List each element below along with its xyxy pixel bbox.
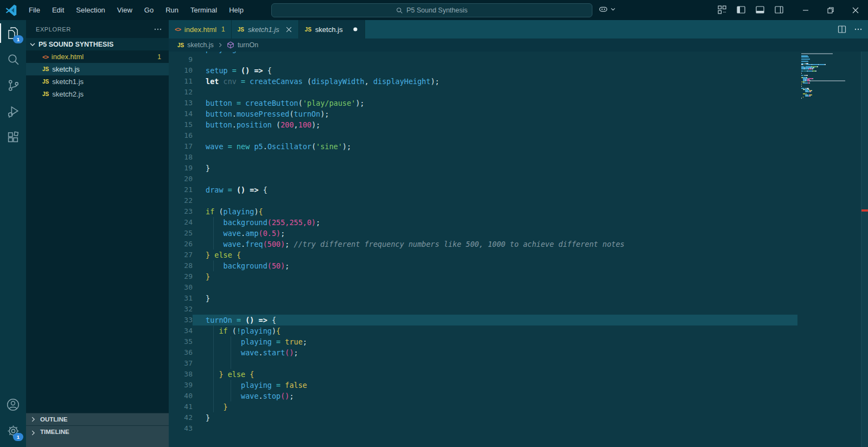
more-actions-icon[interactable]: [154, 25, 162, 34]
code-line-22[interactable]: 22: [169, 195, 797, 206]
code-line-40[interactable]: 40 wave.stop();: [169, 391, 797, 401]
code-line-43[interactable]: 43: [169, 423, 797, 434]
code-line-25[interactable]: 25 wave.amp(0.5);: [169, 228, 797, 239]
code-line-20[interactable]: 20: [169, 174, 797, 184]
menu-edit[interactable]: Edit: [47, 4, 69, 16]
menu-selection[interactable]: Selection: [71, 4, 110, 16]
code-line-17[interactable]: 17wave = new p5.Oscillator('sine');: [169, 141, 797, 152]
code-line-37[interactable]: 37: [169, 358, 797, 369]
code-line-36[interactable]: 36 wave.start();: [169, 347, 797, 358]
breadcrumb-file[interactable]: sketch.js: [187, 41, 214, 49]
activity-extensions[interactable]: [0, 124, 26, 150]
tab-sketch-js[interactable]: JS sketch.js: [299, 20, 365, 39]
section-label: OUTLINE: [40, 416, 67, 423]
menu-file[interactable]: File: [24, 4, 45, 16]
code-line-23[interactable]: 23if (playing){: [169, 206, 797, 217]
toggle-panel-icon[interactable]: [754, 4, 766, 16]
minimap-row: [801, 73, 861, 73]
minimap[interactable]: [801, 53, 861, 100]
code-line-9[interactable]: 9: [169, 54, 797, 65]
code-line-34[interactable]: 34 if (!playing){: [169, 325, 797, 336]
code-line-19[interactable]: 19}: [169, 163, 797, 174]
code-line-28[interactable]: 28 background(50);: [169, 260, 797, 271]
code-token: {: [259, 207, 263, 216]
code-line-12[interactable]: 12: [169, 87, 797, 98]
code-line-27[interactable]: 27} else {: [169, 250, 797, 260]
overview-ruler[interactable]: [861, 52, 868, 447]
activity-settings[interactable]: 1: [0, 418, 26, 444]
code-line-38[interactable]: 38 } else {: [169, 369, 797, 380]
split-editor-icon[interactable]: [838, 25, 846, 34]
tab-bar: <> index.html 1 JS sketch1.js JS sketch.…: [169, 20, 868, 39]
restore-button[interactable]: [818, 0, 843, 20]
code-token: turnOn: [294, 110, 321, 118]
menu-help[interactable]: Help: [224, 4, 248, 16]
file-index.html[interactable]: <>index.html1: [26, 50, 169, 63]
copilot-menu[interactable]: [598, 4, 616, 15]
code-line-39[interactable]: 39 playing = false: [169, 380, 797, 391]
activity-search[interactable]: [0, 46, 26, 72]
code-line-35[interactable]: 35 playing = true;: [169, 336, 797, 347]
code-token: =: [237, 316, 241, 324]
menu-go[interactable]: Go: [139, 4, 158, 16]
code-line-31[interactable]: 31}: [169, 293, 797, 304]
close-tab-icon[interactable]: [285, 26, 292, 33]
toggle-secondary-sidebar-icon[interactable]: [773, 4, 785, 16]
code-line-26[interactable]: 26 wave.freq(500); //try different frequ…: [169, 239, 797, 250]
line-content: let cnv = createCanvas (displayWidth, di…: [193, 76, 797, 87]
tab-label: sketch1.js: [248, 25, 279, 34]
file-tree: <>index.html1JSsketch.jsJSsketch1.jsJSsk…: [26, 50, 169, 100]
code-line-32[interactable]: 32: [169, 304, 797, 315]
breadcrumb-symbol[interactable]: turnOn: [238, 41, 258, 49]
account-icon: [6, 398, 20, 412]
section-outline[interactable]: OUTLINE: [26, 413, 169, 425]
menu-terminal[interactable]: Terminal: [186, 4, 222, 16]
tab-index-html[interactable]: <> index.html 1: [169, 20, 232, 39]
code-token: =: [228, 186, 232, 194]
dirty-dot-icon[interactable]: [352, 26, 359, 33]
code-line-42[interactable]: 42}: [169, 412, 797, 423]
code-line-33[interactable]: 33turnOn = () => {: [169, 315, 797, 325]
activity-explorer[interactable]: 1: [0, 20, 26, 46]
code-line-14[interactable]: 14button.mousePressed(turnOn);: [169, 108, 797, 119]
section-timeline[interactable]: TIMELINE: [26, 425, 169, 447]
code-token: wave: [241, 348, 259, 357]
indent-guide: [231, 391, 231, 401]
folder-name: P5 SOUND SYNTHESIS: [39, 41, 113, 48]
code-line-16[interactable]: 16: [169, 130, 797, 141]
code-line-21[interactable]: 21draw = () => {: [169, 184, 797, 195]
chevron-right-icon: [217, 42, 224, 48]
code-line-30[interactable]: 30: [169, 282, 797, 293]
minimap-row: [801, 86, 861, 86]
file-sketch1.js[interactable]: JSsketch1.js: [26, 75, 169, 88]
menu-view[interactable]: View: [112, 4, 137, 16]
code-editor[interactable]: playing = false 910setup = () => {11let …: [169, 52, 868, 447]
code-token: [237, 52, 241, 53]
close-button[interactable]: [843, 0, 868, 20]
code-line-15[interactable]: 15button.position (200,100);: [169, 119, 797, 130]
customize-layout-icon[interactable]: [716, 4, 728, 16]
file-sketch.js[interactable]: JSsketch.js: [26, 63, 169, 75]
indent-guide: [213, 217, 214, 228]
code-line-13[interactable]: 13button = createButton('play/pause');: [169, 98, 797, 108]
code-line-29[interactable]: 29}: [169, 271, 797, 282]
code-token: if: [206, 207, 214, 216]
code-line-18[interactable]: 18: [169, 152, 797, 163]
tab-sketch1-js[interactable]: JS sketch1.js: [232, 20, 299, 39]
activity-source-control[interactable]: [0, 72, 26, 98]
file-sketch2.js[interactable]: JSsketch2.js: [26, 88, 169, 100]
activity-account[interactable]: [0, 392, 26, 418]
code-line-11[interactable]: 11let cnv = createCanvas (displayWidth, …: [169, 76, 797, 87]
line-content: wave.freq(500); //try different frequenc…: [193, 239, 797, 250]
minimize-button[interactable]: [793, 0, 818, 20]
code-line-41[interactable]: 41 }: [169, 401, 797, 412]
minimap-row: [801, 93, 861, 94]
command-center-search[interactable]: P5 Sound Synthesis: [271, 3, 592, 17]
more-actions-icon[interactable]: [854, 25, 863, 34]
code-line-24[interactable]: 24 background(255,255,0);: [169, 217, 797, 228]
folder-root[interactable]: P5 SOUND SYNTHESIS: [26, 38, 169, 50]
toggle-primary-sidebar-icon[interactable]: [735, 4, 747, 16]
code-line-10[interactable]: 10setup = () => {: [169, 65, 797, 76]
menu-run[interactable]: Run: [161, 4, 183, 16]
activity-run-debug[interactable]: [0, 98, 26, 124]
